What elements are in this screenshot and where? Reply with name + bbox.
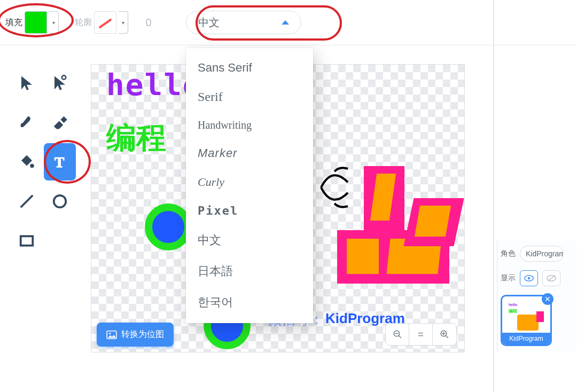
outline-label: 轮廓 — [75, 17, 92, 28]
font-option[interactable]: Curly — [186, 168, 313, 197]
svg-point-16 — [528, 277, 531, 280]
left-toolbox: T — [11, 64, 76, 260]
fill-color-swatch[interactable] — [25, 11, 47, 34]
show-label: 显示 — [501, 273, 516, 283]
svg-line-9 — [399, 335, 401, 338]
stroke-width-input[interactable]: 0 — [132, 11, 165, 34]
font-option[interactable]: Pixel — [186, 197, 313, 225]
svg-point-4 — [54, 195, 66, 208]
font-option[interactable]: 日本語 — [186, 256, 313, 287]
zoom-in-button[interactable] — [433, 324, 456, 345]
sprite-thumbnail-label: KidProgram — [502, 333, 550, 344]
font-option[interactable]: Sans Serif — [186, 53, 313, 82]
zoom-reset-button[interactable]: = — [409, 324, 433, 345]
text-tool[interactable]: T — [44, 143, 76, 181]
outline-color-dropdown[interactable]: ▾ — [119, 11, 128, 34]
canvas-text-cn[interactable]: 编程 — [106, 118, 166, 159]
outline-color-group: 轮廓 ▾ — [75, 11, 128, 34]
toolbar-divider — [0, 45, 577, 45]
fill-color-dropdown[interactable]: ▾ — [49, 11, 59, 34]
top-toolbar: 填充 ▾ 轮廓 ▾ 0 中文 Sans SerifSerifHandwritin… — [0, 0, 577, 45]
brush-tool[interactable] — [11, 104, 43, 141]
sprite-panel: 角色 KidProgram 显示 ✕ hello 编程 KidProgram — [497, 240, 577, 351]
image-icon — [106, 331, 117, 339]
caret-up-icon — [282, 20, 289, 25]
outline-color-swatch[interactable] — [94, 11, 116, 34]
show-hidden-button[interactable] — [542, 270, 560, 286]
svg-line-3 — [21, 195, 33, 208]
font-option[interactable]: 한국어 — [186, 287, 313, 318]
role-label: 角色 — [501, 249, 516, 258]
rect-tool[interactable] — [11, 222, 43, 260]
zoom-controls: = — [385, 323, 457, 346]
fill-label: 填充 — [5, 17, 22, 28]
canvas-orange-block-2[interactable] — [347, 239, 379, 274]
font-option[interactable]: Marker — [186, 139, 313, 168]
fill-color-group: 填充 ▾ — [5, 11, 59, 34]
zoom-out-button[interactable] — [386, 324, 409, 345]
canvas-scrollbar[interactable] — [464, 134, 465, 305]
right-divider — [493, 0, 494, 392]
font-option[interactable]: Serif — [186, 82, 313, 112]
sprite-thumbnail-art: hello 编程 — [506, 301, 546, 332]
svg-point-1 — [30, 164, 34, 168]
svg-point-7 — [109, 333, 111, 334]
canvas-orange-block-4[interactable] — [415, 206, 451, 237]
font-family-menu: Sans SerifSerifHandwritingMarkerCurlyPix… — [186, 48, 313, 323]
sprite-name-input[interactable]: KidProgram — [520, 246, 564, 262]
font-option[interactable]: Handwriting — [186, 112, 313, 139]
svg-point-0 — [62, 75, 66, 80]
convert-to-bitmap-button[interactable]: 转换为位图 — [97, 323, 174, 347]
circle-tool[interactable] — [44, 183, 76, 220]
canvas-circle-1[interactable] — [145, 203, 192, 250]
select-tool[interactable] — [11, 64, 43, 101]
zoom-out-icon — [393, 330, 402, 339]
svg-text:T: T — [54, 154, 64, 170]
convert-label: 转换为位图 — [121, 329, 164, 340]
line-tool[interactable] — [11, 183, 43, 220]
eye-off-icon — [547, 275, 556, 282]
font-option[interactable]: 中文 — [186, 225, 313, 256]
svg-rect-5 — [21, 236, 33, 246]
eye-icon — [524, 275, 534, 282]
eraser-tool[interactable] — [44, 104, 76, 141]
zoom-in-icon — [440, 330, 449, 339]
font-selected-label: 中文 — [198, 15, 220, 30]
reshape-tool[interactable] — [44, 64, 76, 101]
show-visible-button[interactable] — [520, 270, 538, 286]
font-family-select[interactable]: 中文 — [186, 11, 301, 34]
svg-line-12 — [446, 335, 448, 338]
fill-tool[interactable] — [11, 143, 43, 181]
canvas-line-art[interactable] — [316, 166, 353, 209]
sprite-thumbnail[interactable]: ✕ hello 编程 KidProgram — [501, 295, 552, 346]
